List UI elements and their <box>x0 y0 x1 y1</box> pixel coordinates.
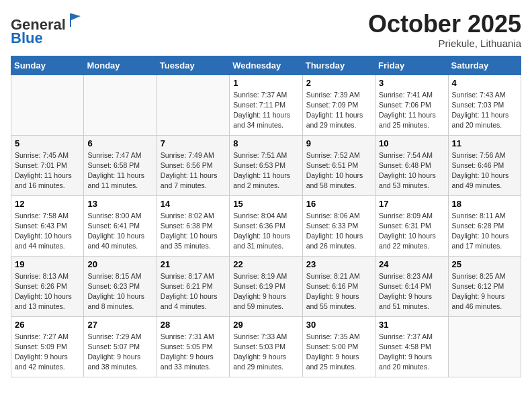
day-number: 13 <box>87 199 152 209</box>
day-cell: 23Sunrise: 8:21 AM Sunset: 6:16 PM Dayli… <box>302 256 375 316</box>
day-info: Sunrise: 7:49 AM Sunset: 6:56 PM Dayligh… <box>161 150 226 191</box>
day-number: 10 <box>379 138 444 148</box>
logo-flag-icon <box>67 11 86 30</box>
day-info: Sunrise: 8:23 AM Sunset: 6:14 PM Dayligh… <box>379 271 444 312</box>
weekday-header-saturday: Saturday <box>448 56 521 75</box>
day-number: 6 <box>87 138 152 148</box>
day-cell: 20Sunrise: 8:15 AM Sunset: 6:23 PM Dayli… <box>84 256 157 316</box>
day-cell: 5Sunrise: 7:45 AM Sunset: 7:01 PM Daylig… <box>11 135 84 195</box>
weekday-header-thursday: Thursday <box>302 56 375 75</box>
day-number: 27 <box>87 320 152 330</box>
day-number: 7 <box>161 138 226 148</box>
day-number: 31 <box>379 320 444 330</box>
weekday-header-wednesday: Wednesday <box>230 56 302 75</box>
day-info: Sunrise: 7:41 AM Sunset: 7:06 PM Dayligh… <box>379 90 444 131</box>
day-info: Sunrise: 8:15 AM Sunset: 6:23 PM Dayligh… <box>87 271 152 312</box>
day-info: Sunrise: 8:09 AM Sunset: 6:31 PM Dayligh… <box>379 211 444 252</box>
weekday-header-sunday: Sunday <box>11 56 84 75</box>
day-info: Sunrise: 8:21 AM Sunset: 6:16 PM Dayligh… <box>306 271 371 312</box>
title-area: October 2025 Priekule, Lithuania <box>368 11 521 49</box>
day-number: 9 <box>306 138 371 148</box>
day-cell: 8Sunrise: 7:51 AM Sunset: 6:53 PM Daylig… <box>230 135 302 195</box>
logo-blue: Blue <box>11 30 43 46</box>
day-cell: 7Sunrise: 7:49 AM Sunset: 6:56 PM Daylig… <box>157 135 229 195</box>
day-number: 29 <box>233 320 298 330</box>
day-info: Sunrise: 7:33 AM Sunset: 5:03 PM Dayligh… <box>233 332 298 373</box>
day-info: Sunrise: 8:06 AM Sunset: 6:33 PM Dayligh… <box>306 211 371 252</box>
week-row-5: 26Sunrise: 7:27 AM Sunset: 5:09 PM Dayli… <box>11 316 521 377</box>
day-number: 26 <box>15 320 80 330</box>
day-cell: 15Sunrise: 8:04 AM Sunset: 6:36 PM Dayli… <box>230 195 302 256</box>
month-title: October 2025 <box>368 11 521 38</box>
day-cell: 9Sunrise: 7:52 AM Sunset: 6:51 PM Daylig… <box>302 135 375 195</box>
day-info: Sunrise: 7:45 AM Sunset: 7:01 PM Dayligh… <box>15 150 80 191</box>
day-info: Sunrise: 7:56 AM Sunset: 6:46 PM Dayligh… <box>452 150 517 191</box>
day-info: Sunrise: 7:27 AM Sunset: 5:09 PM Dayligh… <box>15 332 80 373</box>
day-number: 17 <box>379 199 444 209</box>
day-info: Sunrise: 7:54 AM Sunset: 6:48 PM Dayligh… <box>379 150 444 191</box>
day-cell: 29Sunrise: 7:33 AM Sunset: 5:03 PM Dayli… <box>230 316 302 377</box>
weekday-header-tuesday: Tuesday <box>157 56 229 75</box>
day-number: 8 <box>233 138 298 148</box>
day-cell <box>448 316 521 377</box>
day-info: Sunrise: 8:13 AM Sunset: 6:26 PM Dayligh… <box>15 271 80 312</box>
day-cell: 26Sunrise: 7:27 AM Sunset: 5:09 PM Dayli… <box>11 316 84 377</box>
day-number: 30 <box>306 320 371 330</box>
day-cell: 24Sunrise: 8:23 AM Sunset: 6:14 PM Dayli… <box>375 256 448 316</box>
day-number: 18 <box>452 199 517 209</box>
day-cell: 1Sunrise: 7:37 AM Sunset: 7:11 PM Daylig… <box>230 75 302 135</box>
day-info: Sunrise: 7:37 AM Sunset: 4:58 PM Dayligh… <box>379 332 444 373</box>
day-info: Sunrise: 7:43 AM Sunset: 7:03 PM Dayligh… <box>452 90 517 131</box>
day-cell: 28Sunrise: 7:31 AM Sunset: 5:05 PM Dayli… <box>157 316 229 377</box>
day-info: Sunrise: 7:39 AM Sunset: 7:09 PM Dayligh… <box>306 90 371 131</box>
day-info: Sunrise: 8:04 AM Sunset: 6:36 PM Dayligh… <box>233 211 298 252</box>
weekday-header-row: SundayMondayTuesdayWednesdayThursdayFrid… <box>11 56 521 75</box>
day-cell: 25Sunrise: 8:25 AM Sunset: 6:12 PM Dayli… <box>448 256 521 316</box>
day-number: 2 <box>306 78 371 88</box>
day-number: 1 <box>233 78 298 88</box>
day-number: 3 <box>379 78 444 88</box>
day-cell: 16Sunrise: 8:06 AM Sunset: 6:33 PM Dayli… <box>302 195 375 256</box>
day-cell: 4Sunrise: 7:43 AM Sunset: 7:03 PM Daylig… <box>448 75 521 135</box>
day-number: 14 <box>161 199 226 209</box>
day-info: Sunrise: 7:47 AM Sunset: 6:58 PM Dayligh… <box>87 150 152 191</box>
week-row-1: 1Sunrise: 7:37 AM Sunset: 7:11 PM Daylig… <box>11 75 521 135</box>
day-cell: 12Sunrise: 7:58 AM Sunset: 6:43 PM Dayli… <box>11 195 84 256</box>
day-cell <box>157 75 229 135</box>
day-number: 12 <box>15 199 80 209</box>
day-cell: 13Sunrise: 8:00 AM Sunset: 6:41 PM Dayli… <box>84 195 157 256</box>
day-cell: 17Sunrise: 8:09 AM Sunset: 6:31 PM Dayli… <box>375 195 448 256</box>
day-number: 5 <box>15 138 80 148</box>
day-info: Sunrise: 8:19 AM Sunset: 6:19 PM Dayligh… <box>233 271 298 312</box>
day-number: 28 <box>161 320 226 330</box>
day-number: 11 <box>452 138 517 148</box>
day-cell: 18Sunrise: 8:11 AM Sunset: 6:28 PM Dayli… <box>448 195 521 256</box>
day-number: 19 <box>15 259 80 269</box>
day-cell: 3Sunrise: 7:41 AM Sunset: 7:06 PM Daylig… <box>375 75 448 135</box>
weekday-header-friday: Friday <box>375 56 448 75</box>
page-header: General Blue October 2025 Priekule, Lith… <box>11 11 521 49</box>
day-number: 16 <box>306 199 371 209</box>
day-cell: 19Sunrise: 8:13 AM Sunset: 6:26 PM Dayli… <box>11 256 84 316</box>
day-info: Sunrise: 7:31 AM Sunset: 5:05 PM Dayligh… <box>161 332 226 373</box>
day-number: 23 <box>306 259 371 269</box>
day-cell: 27Sunrise: 7:29 AM Sunset: 5:07 PM Dayli… <box>84 316 157 377</box>
day-cell: 21Sunrise: 8:17 AM Sunset: 6:21 PM Dayli… <box>157 256 229 316</box>
day-cell: 30Sunrise: 7:35 AM Sunset: 5:00 PM Dayli… <box>302 316 375 377</box>
day-info: Sunrise: 8:02 AM Sunset: 6:38 PM Dayligh… <box>161 211 226 252</box>
day-cell: 11Sunrise: 7:56 AM Sunset: 6:46 PM Dayli… <box>448 135 521 195</box>
day-number: 15 <box>233 199 298 209</box>
day-info: Sunrise: 8:17 AM Sunset: 6:21 PM Dayligh… <box>161 271 226 312</box>
day-info: Sunrise: 7:29 AM Sunset: 5:07 PM Dayligh… <box>87 332 152 373</box>
day-cell: 6Sunrise: 7:47 AM Sunset: 6:58 PM Daylig… <box>84 135 157 195</box>
day-cell <box>11 75 84 135</box>
logo: General Blue <box>11 11 86 46</box>
day-number: 4 <box>452 78 517 88</box>
day-number: 21 <box>161 259 226 269</box>
day-number: 22 <box>233 259 298 269</box>
day-cell: 2Sunrise: 7:39 AM Sunset: 7:09 PM Daylig… <box>302 75 375 135</box>
day-cell: 10Sunrise: 7:54 AM Sunset: 6:48 PM Dayli… <box>375 135 448 195</box>
day-number: 24 <box>379 259 444 269</box>
week-row-2: 5Sunrise: 7:45 AM Sunset: 7:01 PM Daylig… <box>11 135 521 195</box>
day-number: 20 <box>87 259 152 269</box>
